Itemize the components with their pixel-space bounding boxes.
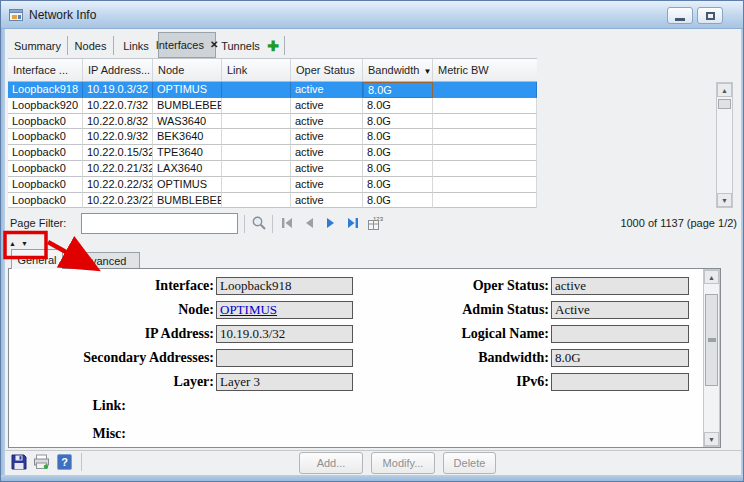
column-header-node[interactable]: Node <box>153 59 222 81</box>
table-cell <box>433 98 537 114</box>
help-icon[interactable]: ? <box>57 454 72 470</box>
ipv6-field[interactable] <box>551 373 689 391</box>
detail-scrollbar-thumb[interactable] <box>705 294 718 386</box>
ip-address-field[interactable]: 10.19.0.3/32 <box>216 325 353 343</box>
tab-tunnels-label: Tunnels <box>221 40 260 52</box>
bandwidth-label: Bandwidth <box>368 64 419 76</box>
add-tab-button[interactable]: ✚ <box>264 34 282 57</box>
table-row[interactable]: Loopback010.22.0.9/32BEK3640active8.0G <box>8 129 537 145</box>
table-body: Loopback91810.19.0.3/32OPTIMUSactive8.0G… <box>8 82 537 208</box>
tab-summary-label: Summary <box>14 40 61 52</box>
down-arrow-icon: ▼ <box>721 197 728 204</box>
table-cell: BEK3640 <box>153 129 222 145</box>
table-header: Interface ... IP Address... Node Link Op… <box>8 58 537 82</box>
print-icon[interactable] <box>33 454 50 470</box>
modify-button[interactable]: Modify... <box>371 452 435 474</box>
table-cell: 8.0G <box>363 177 433 193</box>
table-scrollbar[interactable]: ▲ ▼ <box>716 82 733 208</box>
table-cell <box>222 145 291 161</box>
table-row[interactable]: Loopback010.22.0.15/32TPE3640active8.0G <box>8 145 537 161</box>
search-icon[interactable] <box>250 215 268 231</box>
add-button[interactable]: Add... <box>299 452 363 474</box>
table-cell: 10.22.0.9/32 <box>83 129 153 145</box>
tab-general[interactable]: General <box>11 249 63 269</box>
column-header-metric-bw[interactable]: Metric BW <box>433 59 537 81</box>
goto-page-icon[interactable]: 123 <box>366 215 384 231</box>
tab-advanced[interactable]: Advanced <box>64 252 140 269</box>
table-cell: LAX3640 <box>153 161 222 177</box>
last-page-button[interactable] <box>344 215 362 231</box>
splitter-down-icon[interactable]: ▼ <box>21 240 28 247</box>
splitter-up-icon[interactable]: ▲ <box>9 240 16 247</box>
page-filter-input[interactable] <box>81 213 238 234</box>
column-header-link[interactable]: Link <box>222 59 291 81</box>
save-icon[interactable] <box>11 454 27 470</box>
table-row[interactable]: Loopback91810.19.0.3/32OPTIMUSactive8.0G <box>8 82 537 98</box>
table-row[interactable]: Loopback010.22.0.22/32OPTIMUSactive8.0G <box>8 177 537 193</box>
minimize-button[interactable] <box>667 7 693 24</box>
table-row[interactable]: Loopback010.22.0.23/22BUMBLEBEEactive8.0… <box>8 193 537 209</box>
delete-button[interactable]: Delete <box>443 452 496 474</box>
table-cell: Loopback0 <box>8 145 83 161</box>
table-cell: active <box>291 98 363 114</box>
node-label: Node: <box>9 301 214 319</box>
table-cell: Loopback0 <box>8 161 83 177</box>
tab-interfaces-label: Interfaces <box>156 39 204 51</box>
toolbar-separator <box>272 215 273 233</box>
table-cell <box>433 193 537 209</box>
table-cell: WAS3640 <box>153 114 222 130</box>
previous-page-button[interactable] <box>300 215 318 231</box>
table-cell: 8.0G <box>363 98 433 114</box>
tab-separator <box>67 36 68 55</box>
first-page-button[interactable] <box>278 215 296 231</box>
table-cell: 10.22.0.21/32 <box>83 161 153 177</box>
column-header-interface[interactable]: Interface ... <box>8 59 83 81</box>
layer-label: Layer: <box>9 373 214 391</box>
maximize-button[interactable] <box>697 7 723 24</box>
scroll-down-button[interactable]: ▼ <box>717 193 732 207</box>
table-cell: active <box>291 161 363 177</box>
secondary-addresses-field[interactable] <box>216 349 353 367</box>
layer-field[interactable]: Layer 3 <box>216 373 353 391</box>
bandwidth-field[interactable]: 8.0G <box>551 349 689 367</box>
oper-status-field[interactable]: active <box>551 277 689 295</box>
column-header-ip-address[interactable]: IP Address... <box>83 59 153 81</box>
next-page-button[interactable] <box>322 215 340 231</box>
ip-address-label: IP Address: <box>9 325 214 343</box>
table-cell: 10.22.0.22/32 <box>83 177 153 193</box>
splitter-toggle[interactable]: ▲ ▼ <box>9 237 39 249</box>
table-row[interactable]: Loopback010.22.0.8/32WAS3640active8.0G <box>8 114 537 130</box>
table-row[interactable]: Loopback92010.22.0.7/32BUMBLEBEEactive8.… <box>8 98 537 114</box>
logical-name-field[interactable] <box>551 325 689 343</box>
detail-scroll-down-button[interactable]: ▼ <box>704 432 719 446</box>
detail-scroll-up-button[interactable]: ▲ <box>704 270 719 284</box>
scrollbar-thumb[interactable] <box>718 99 731 109</box>
table-cell <box>433 177 537 193</box>
column-header-oper-status[interactable]: Oper Status <box>291 59 363 81</box>
ipv6-label: IPv6: <box>341 373 549 391</box>
node-link[interactable]: OPTIMUS <box>220 302 277 317</box>
tab-interfaces[interactable]: Interfaces ✕ <box>158 32 216 58</box>
table-cell: OPTIMUS <box>153 82 222 98</box>
tab-separator <box>284 36 285 55</box>
table-cell: Loopback920 <box>8 98 83 114</box>
table-row[interactable]: Loopback010.22.0.21/32LAX3640active8.0G <box>8 161 537 177</box>
table-cell <box>433 114 537 130</box>
tab-links[interactable]: Links <box>115 34 157 57</box>
node-field[interactable]: OPTIMUS <box>216 301 353 319</box>
tab-tunnels[interactable]: Tunnels <box>218 34 263 57</box>
table-cell: 8.0G <box>363 82 433 98</box>
title-bar[interactable]: Network Info <box>1 1 744 29</box>
table-cell: active <box>291 114 363 130</box>
plus-icon: ✚ <box>267 38 279 54</box>
tab-summary[interactable]: Summary <box>9 34 66 57</box>
window-border-left <box>1 29 5 475</box>
app-icon <box>9 8 23 22</box>
interface-field[interactable]: Loopback918 <box>216 277 353 295</box>
scroll-up-button[interactable]: ▲ <box>717 83 732 97</box>
tab-nodes[interactable]: Nodes <box>69 34 112 57</box>
column-header-bandwidth[interactable]: Bandwidth▼ <box>363 59 433 81</box>
admin-status-field[interactable]: Active <box>551 301 689 319</box>
detail-scrollbar[interactable]: ▲ ▼ <box>703 269 720 447</box>
question-mark: ? <box>61 456 68 468</box>
